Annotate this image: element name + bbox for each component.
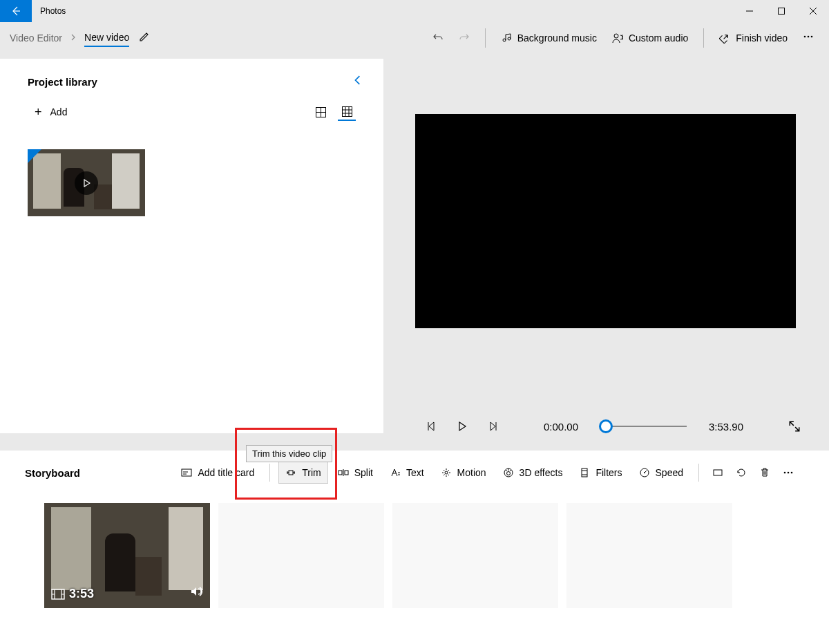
back-button[interactable]	[0, 0, 32, 22]
breadcrumb-current[interactable]: New video	[84, 32, 129, 47]
background-music-button[interactable]: Background music	[494, 28, 604, 48]
finish-video-button[interactable]: Finish video	[712, 28, 794, 48]
svg-point-16	[644, 472, 645, 473]
clip-volume-button[interactable]	[189, 585, 203, 601]
storyboard-empty-slot[interactable]	[218, 503, 384, 608]
arrow-left-icon	[10, 6, 21, 17]
undo-icon	[432, 32, 444, 44]
split-button[interactable]: Split	[331, 462, 380, 484]
add-label: Add	[50, 106, 68, 117]
plus-icon: +	[35, 105, 42, 120]
video-preview[interactable]	[415, 114, 796, 328]
redo-icon	[459, 32, 470, 44]
filters-icon	[579, 467, 590, 478]
play-button[interactable]	[455, 419, 469, 433]
breadcrumb-root[interactable]: Video Editor	[10, 32, 62, 44]
seek-bar[interactable]	[600, 426, 687, 427]
person-audio-icon	[612, 32, 623, 44]
add-title-card-label: Add title card	[198, 467, 254, 478]
3d-effects-label: 3D effects	[520, 467, 563, 478]
prev-frame-button[interactable]	[425, 419, 439, 433]
text-icon	[390, 467, 401, 478]
storyboard-more-button[interactable]	[778, 462, 799, 483]
play-overlay-icon	[75, 171, 98, 195]
add-title-card-button[interactable]: Add title card	[174, 462, 261, 484]
grid-3x3-icon	[342, 106, 352, 117]
3d-effects-button[interactable]: 3D effects	[496, 462, 570, 484]
speed-button[interactable]: Speed	[632, 462, 690, 484]
svg-point-20	[791, 472, 793, 474]
svg-rect-14	[582, 468, 587, 477]
next-frame-button[interactable]	[486, 419, 499, 433]
clip-duration-label: 3:53	[69, 587, 94, 601]
filters-label: Filters	[595, 467, 622, 478]
svg-rect-9	[339, 471, 342, 475]
text-label: Text	[406, 467, 424, 478]
delete-button[interactable]	[754, 462, 775, 483]
rename-button[interactable]	[139, 31, 150, 44]
preview-pane: 0:00.00 3:53.90	[383, 53, 829, 451]
rotate-icon	[736, 467, 747, 478]
undo-button[interactable]	[426, 28, 450, 48]
collapse-library-button[interactable]	[353, 75, 363, 88]
grid-2x2-icon	[316, 107, 326, 117]
small-grid-view-button[interactable]	[338, 103, 356, 121]
filters-button[interactable]: Filters	[572, 462, 629, 484]
svg-point-1	[614, 34, 618, 38]
add-media-button[interactable]: + Add	[35, 105, 67, 120]
fullscreen-button[interactable]	[788, 419, 801, 433]
storyboard-empty-slot[interactable]	[392, 503, 558, 608]
divider	[269, 464, 270, 482]
redo-button[interactable]	[452, 28, 477, 48]
svg-rect-0	[779, 8, 785, 15]
custom-audio-button[interactable]: Custom audio	[605, 28, 695, 48]
minimize-button[interactable]	[734, 0, 765, 22]
play-icon	[457, 421, 468, 432]
crop-button[interactable]	[707, 462, 728, 483]
svg-rect-17	[714, 470, 722, 475]
total-time: 3:53.90	[709, 421, 743, 433]
step-forward-icon	[487, 421, 498, 432]
storyboard-clip[interactable]: 3:53	[44, 503, 210, 608]
seek-handle[interactable]	[599, 419, 613, 433]
storyboard-empty-slot[interactable]	[566, 503, 732, 608]
trim-icon	[285, 467, 296, 478]
svg-point-13	[506, 472, 510, 475]
title-bar: Photos	[0, 0, 829, 22]
maximize-button[interactable]	[765, 0, 797, 22]
selected-corner-icon	[28, 149, 41, 163]
breadcrumb: Video Editor New video	[0, 29, 150, 47]
pencil-icon	[139, 31, 150, 42]
motion-button[interactable]: Motion	[434, 462, 493, 484]
trim-button[interactable]: Trim	[278, 462, 327, 484]
text-button[interactable]: Text	[383, 462, 431, 484]
finish-video-label: Finish video	[736, 32, 788, 44]
more-button[interactable]	[796, 27, 821, 49]
maximize-icon	[778, 8, 785, 15]
titlebar-spacer	[74, 0, 734, 22]
motion-icon	[441, 467, 452, 478]
trim-tooltip: Trim this video clip	[246, 445, 332, 462]
crop-icon	[712, 467, 723, 478]
library-video-thumb[interactable]	[28, 149, 145, 216]
divider	[698, 464, 699, 482]
background-music-label: Background music	[517, 32, 597, 44]
svg-point-11	[445, 471, 448, 474]
svg-rect-10	[345, 471, 348, 475]
storyboard-title: Storyboard	[25, 467, 80, 479]
divider	[703, 28, 704, 48]
music-icon	[501, 32, 512, 44]
content-area: Project library + Add	[0, 53, 829, 644]
close-button[interactable]	[797, 0, 829, 22]
more-icon	[803, 31, 814, 42]
chevron-right-icon	[69, 32, 77, 44]
storyboard-panel: Storyboard Add title card Trim Split Tex…	[0, 451, 829, 644]
split-icon	[338, 467, 349, 478]
volume-icon	[189, 585, 203, 598]
svg-point-4	[811, 35, 813, 37]
current-time: 0:00.00	[544, 421, 578, 433]
more-icon	[783, 467, 794, 478]
rotate-button[interactable]	[731, 462, 752, 483]
storyboard-clips: 3:53	[44, 503, 801, 608]
large-grid-view-button[interactable]	[312, 103, 330, 121]
